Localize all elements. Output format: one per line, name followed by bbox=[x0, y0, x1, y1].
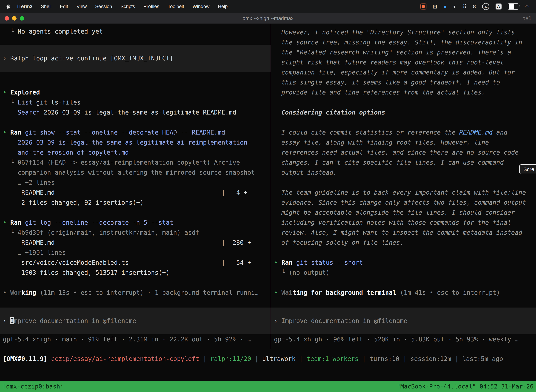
prompt-chevron: › bbox=[274, 317, 281, 324]
terminal-window: └ No agents completed yet › Ralph loop a… bbox=[0, 24, 536, 381]
terminal-line: Search 2026-03-09-is-legal-the-same-as-l… bbox=[0, 107, 271, 117]
window-titlebar: omx --xhigh --madmax ⌥⌘1 bbox=[0, 13, 536, 24]
tmux-panes: └ No agents completed yet › Ralph loop a… bbox=[0, 24, 536, 349]
right-waiting-status: • Waiting for background terminal (1m 41… bbox=[271, 288, 536, 298]
terminal-line: • Working (11m 13s • esc to interrupt) ·… bbox=[0, 288, 271, 298]
close-window-button[interactable] bbox=[5, 16, 9, 21]
dots-grid-icon[interactable]: ⠿ bbox=[463, 4, 467, 10]
terminal-line bbox=[0, 278, 271, 288]
wifi-icon[interactable]: ◠ bbox=[525, 4, 529, 10]
terminal-line bbox=[0, 117, 271, 127]
screen-edge-tab[interactable]: Scre bbox=[519, 164, 536, 174]
tmux-session-label: [omx-cczip0:bash* bbox=[2, 383, 64, 390]
terminal-line: 2026-03-09-is-legal-the-same-as-legitima… bbox=[0, 138, 271, 148]
menubar-item-help[interactable]: Help bbox=[214, 4, 232, 9]
terminal-line bbox=[271, 177, 536, 187]
terminal-line: Considering citation options bbox=[271, 107, 536, 117]
terminal-line bbox=[271, 98, 536, 107]
inject-banner-line: › Ralph loop active continue [OMX_TMUX_I… bbox=[0, 53, 271, 63]
terminal-line: README.md | 280 + bbox=[0, 238, 271, 248]
terminal-line: slight risk that future readers may over… bbox=[271, 57, 536, 67]
tab-shortcut-hint: ⌥⌘1 bbox=[522, 15, 536, 21]
dark-app-icon[interactable]: ◐ bbox=[453, 4, 456, 9]
agent-pane-right[interactable]: However, I noticed the "Directory Struct… bbox=[271, 24, 536, 349]
menubar-item-profiles[interactable]: Profiles bbox=[139, 4, 163, 9]
menubar-item-shell[interactable]: Shell bbox=[37, 4, 56, 9]
right-session-metrics: gpt-5.4 xhigh · 96% left · 520K in · 5.8… bbox=[271, 334, 536, 344]
tmux-host-clock: "MacBook-Pro-44.local" 04:52 31-Mar-26 bbox=[397, 383, 534, 390]
blue-app-icon[interactable]: ● bbox=[444, 3, 447, 10]
apple-menu-icon[interactable] bbox=[6, 4, 10, 9]
terminal-line: references need actual files, and since … bbox=[271, 148, 536, 158]
prompt-chevron: › bbox=[3, 55, 10, 62]
minimize-window-button[interactable] bbox=[12, 16, 17, 21]
left-working-status: • Working (11m 13s • esc to interrupt) ·… bbox=[0, 288, 271, 298]
bottom-gap bbox=[0, 364, 536, 381]
menubar-item-scripts[interactable]: Scripts bbox=[116, 4, 139, 9]
left-session-metrics: gpt-5.4 xhigh · main · 91% left · 2.31M … bbox=[0, 334, 271, 344]
inject-banner-text: Ralph loop active continue [OMX_TMUX_INJ… bbox=[10, 55, 173, 62]
terminal-line: the "Related research writing" section i… bbox=[271, 47, 536, 57]
terminal-line: output instead. bbox=[271, 168, 536, 177]
tmux-status-bar: [omx-cczip0:bash* "MacBook-Pro-44.local"… bbox=[0, 381, 536, 392]
traffic-lights bbox=[0, 16, 24, 21]
terminal-line: 1903 files changed, 513517 insertions(+) bbox=[0, 268, 271, 278]
terminal-line: • Ran git show --stat --oneline --decora… bbox=[0, 127, 271, 138]
omx-status-bar: [OMX#0.11.9] cczip/essay/ai-reimplementa… bbox=[0, 354, 536, 364]
menubar-item-iterm2[interactable]: iTerm2 bbox=[13, 4, 37, 9]
terminal-line: However, I noticed the "Directory Struct… bbox=[271, 27, 536, 37]
terminal-line: src/voice/voiceModeEnabled.ts | 54 + bbox=[0, 258, 271, 268]
right-prompt-input[interactable]: › Improve documentation in @filename bbox=[271, 308, 536, 334]
terminal-line: • Ran git status --short bbox=[271, 258, 536, 268]
screen-recording-icon[interactable] bbox=[421, 4, 426, 9]
macos-menubar: iTerm2ShellEditViewSessionScriptsProfile… bbox=[0, 0, 536, 13]
text-cursor: I bbox=[10, 317, 14, 324]
left-scrollback: └ No agents completed yet › Ralph loop a… bbox=[0, 24, 271, 288]
terminal-line bbox=[0, 77, 271, 88]
terminal-line: and-the-erosion-of-copyleft.md bbox=[0, 148, 271, 158]
terminal-line: • Waiting for background terminal (1m 41… bbox=[271, 288, 536, 298]
terminal-line: evidence. Since this change only affects… bbox=[271, 198, 536, 208]
terminal-line: this single essay, it seems like a good … bbox=[271, 77, 536, 88]
terminal-line: README.md | 4 + bbox=[0, 187, 271, 198]
terminal-line: … +1901 lines bbox=[0, 248, 271, 258]
menubar-item-edit[interactable]: Edit bbox=[56, 4, 72, 9]
menubar-item-session[interactable]: Session bbox=[91, 4, 116, 9]
terminal-line: I could cite commit statistics or refere… bbox=[271, 127, 536, 138]
terminal-line: companion analysis without altering the … bbox=[0, 168, 271, 177]
terminal-line bbox=[271, 278, 536, 288]
terminal-line: essay file, along with finding root file… bbox=[271, 138, 536, 148]
input-text: Improve documentation in @filename bbox=[281, 317, 407, 324]
terminal-line bbox=[0, 208, 271, 218]
terminal-line: [OMX#0.11.9] cczip/essay/ai-reimplementa… bbox=[0, 354, 536, 364]
input-text: mprove documentation in @filename bbox=[14, 317, 136, 324]
terminal-line: 2 files changed, 92 insertions(+) bbox=[0, 198, 271, 208]
terminal-line: the source tree, missing the essay. Stil… bbox=[271, 37, 536, 47]
menubar-item-window[interactable]: Window bbox=[188, 4, 214, 9]
terminal-line: └ 4b9d30f (origin/main, instructkr/main,… bbox=[0, 228, 271, 238]
number-8-icon[interactable]: 8 bbox=[473, 4, 476, 9]
terminal-line: └ List git ls-files bbox=[0, 98, 271, 107]
terminal-line: of focusing solely on file lines. bbox=[271, 238, 536, 248]
window-grid-icon[interactable]: ⊞ bbox=[433, 4, 437, 10]
terminal-line: including verification notes with those … bbox=[271, 218, 536, 228]
window-title: omx --xhigh --madmax bbox=[0, 15, 536, 21]
menubar-item-view[interactable]: View bbox=[72, 4, 91, 9]
terminal-line: The team guideline is to back every impo… bbox=[271, 187, 536, 198]
input-source-icon[interactable]: A bbox=[496, 4, 502, 9]
terminal-line: provide file and line references from th… bbox=[271, 88, 536, 98]
terminal-line: might be acceptable alongside the file l… bbox=[271, 208, 536, 218]
percent-61-icon[interactable]: .61 bbox=[482, 3, 489, 10]
agent-pane-left[interactable]: └ No agents completed yet › Ralph loop a… bbox=[0, 24, 271, 349]
battery-icon[interactable] bbox=[508, 3, 518, 10]
terminal-line: └ 067f154 (HEAD -> essay/ai-reimplementa… bbox=[0, 158, 271, 168]
left-prompt-input[interactable]: › Improve documentation in @filename bbox=[0, 308, 271, 334]
terminal-line: • Explored bbox=[0, 88, 271, 98]
terminal-line: changes, I can't cite specific file line… bbox=[271, 158, 536, 168]
zoom-window-button[interactable] bbox=[20, 16, 24, 21]
right-scrollback: However, I noticed the "Directory Struct… bbox=[271, 24, 536, 288]
terminal-line: └ (no output) bbox=[271, 268, 536, 278]
menubar-item-toolbelt[interactable]: Toolbelt bbox=[163, 4, 188, 9]
terminal-line bbox=[271, 248, 536, 258]
terminal-line: review. Also, I might want to inspect th… bbox=[271, 228, 536, 238]
